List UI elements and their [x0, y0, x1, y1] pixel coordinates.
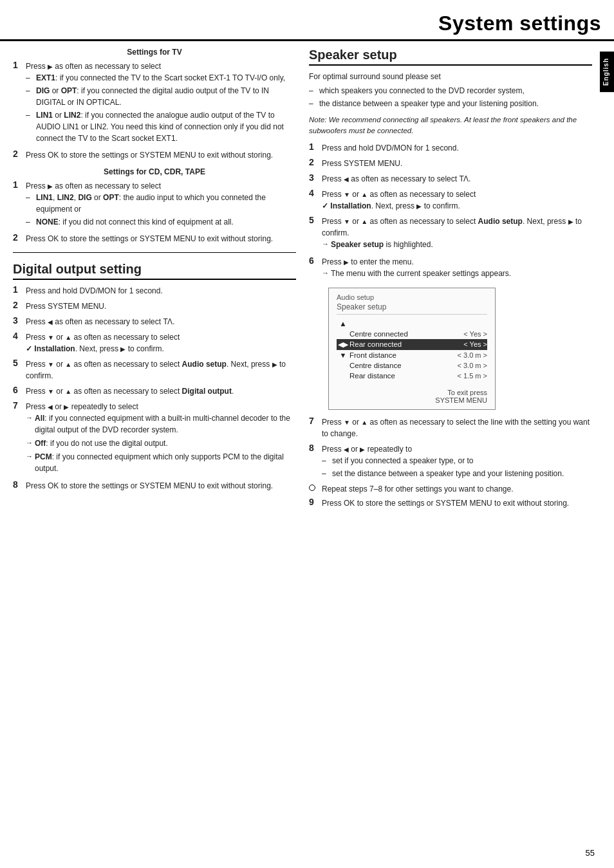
- sp-step-1-num: 1: [309, 142, 318, 152]
- sp-step-7: 7 Press ▼ or ▲ as often as necessary to …: [309, 416, 592, 439]
- sp-step-4-content: Press ▼ or ▲ as often as necessary to se…: [322, 189, 592, 212]
- menu-row-front-dist: ▼ Front distance < 3.0 m >: [337, 350, 487, 360]
- menu-subtitle: Speaker setup: [337, 302, 487, 315]
- digital-output-steps: 1 Press and hold DVD/MON for 1 second. 2…: [13, 285, 296, 492]
- sp-step-2-num: 2: [309, 157, 318, 167]
- tv-bullet-ext1: EXT1: if you connected the TV to the Sca…: [26, 72, 296, 84]
- right-column: Speaker setup For optimal surround sound…: [309, 48, 592, 513]
- sp-step-2: 2 Press SYSTEM MENU.: [309, 158, 592, 169]
- do-step-4-num: 4: [13, 331, 22, 341]
- digital-divider: [13, 252, 296, 253]
- sp-step-8-num: 8: [309, 443, 318, 453]
- menu-row-centre-nav: [337, 329, 349, 339]
- settings-cd-steps: 1 Press ▶ as often as necessary to selec…: [13, 180, 296, 245]
- speaker-intro-bullets: – which speakers you connected to the DV…: [309, 85, 592, 109]
- cd-step-1-num: 1: [13, 180, 22, 190]
- do-sub-all: All: if you connected equipment with a b…: [26, 412, 296, 436]
- sp-step-9-content: Press OK to store the settings or SYSTEM…: [322, 497, 592, 509]
- menu-title: Audio setup: [337, 293, 487, 301]
- circle-bullet-item: Repeat steps 7–8 for other settings you …: [309, 485, 592, 494]
- settings-cd-heading: Settings for CD, CDR, TAPE: [13, 167, 296, 176]
- do-step-1-content: Press and hold DVD/MON for 1 second.: [26, 285, 296, 297]
- menu-row-nav-up-val: [441, 319, 487, 329]
- menu-row-centre-dist-label: Centre distance: [349, 360, 441, 371]
- cd-step-2-num: 2: [13, 232, 22, 243]
- sp-step-4: 4 Press ▼ or ▲ as often as necessary to …: [309, 189, 592, 212]
- do-step-4-content: Press ▼ or ▲ as often as necessary to se…: [26, 331, 296, 355]
- cd-step-1: 1 Press ▶ as often as necessary to selec…: [13, 180, 296, 229]
- do-step-6: 6 Press ▼ or ▲ as often as necessary to …: [13, 385, 296, 397]
- sp-step-6: 6 Press ▶ to enter the menu. The menu wi…: [309, 256, 592, 281]
- do-step-2-content: Press SYSTEM MENU.: [26, 300, 296, 312]
- menu-row-rear-dist-label: Rear distance: [349, 371, 441, 381]
- sp-step-8-bullet1: set if you connected a speaker type, or …: [322, 455, 592, 466]
- sp-step-8-bullets: set if you connected a speaker type, or …: [322, 455, 592, 479]
- do-step-3-num: 3: [13, 315, 22, 326]
- do-step-1-num: 1: [13, 284, 22, 295]
- menu-row-centre-label: Centre connected: [349, 329, 441, 339]
- speaker-intro-bullet2: – the distance between a speaker type an…: [309, 98, 592, 109]
- do-step-8-num: 8: [13, 479, 22, 490]
- cd-step-1-bullets: LIN1, LIN2, DIG or OPT: the audio input …: [26, 192, 296, 228]
- tv-step-1-content: Press ▶ as often as necessary to select …: [26, 60, 296, 145]
- settings-tv-steps: 1 Press ▶ as often as necessary to selec…: [13, 60, 296, 161]
- settings-tv-heading: Settings for TV: [13, 48, 296, 57]
- cd-bullet-lin: LIN1, LIN2, DIG or OPT: the audio input …: [26, 192, 296, 215]
- menu-nav-up: ▲: [337, 319, 349, 329]
- speaker-note: Note: We recommend connecting all speake…: [309, 115, 592, 137]
- tv-step-2-content: Press OK to store the settings or SYSTEM…: [26, 149, 296, 161]
- menu-row-rear-dist-nav: [337, 371, 349, 381]
- speaker-steps: 1 Press and hold DVD/MON for 1 second. 2…: [309, 142, 592, 281]
- tv-step-1: 1 Press ▶ as often as necessary to selec…: [13, 60, 296, 145]
- do-sub-off: Off: if you do not use the digital outpu…: [26, 438, 296, 449]
- page-title-bar: System settings: [0, 0, 614, 41]
- do-step-7: 7 Press ◀ or ▶ repeatedly to select All:…: [13, 401, 296, 476]
- do-sub-pcm: PCM: if you connected equipment which on…: [26, 451, 296, 474]
- do-step-7-content: Press ◀ or ▶ repeatedly to select All: i…: [26, 401, 296, 476]
- menu-row-rear-nav: ◀▶: [337, 339, 349, 350]
- cd-step-2-content: Press OK to store the settings or SYSTEM…: [26, 233, 296, 245]
- menu-row-nav-up-label: [349, 319, 441, 329]
- do-step-5-num: 5: [13, 358, 22, 368]
- do-step-3-content: Press ◀ as often as necessary to select …: [26, 316, 296, 328]
- menu-exit-note: To exit pressSYSTEM MENU: [337, 389, 487, 404]
- page-title: System settings: [0, 12, 601, 35]
- left-column: Settings for TV 1 Press ▶ as often as ne…: [13, 48, 296, 513]
- cd-bullet-none: NONE: if you did not connect this kind o…: [26, 216, 296, 228]
- sp-step-5: 5 Press ▼ or ▲ as often as necessary to …: [309, 216, 592, 252]
- do-step-5-content: Press ▼ or ▲ as often as necessary to se…: [26, 358, 296, 382]
- sp-step-3-content: Press ◀ as often as necessary to select …: [322, 173, 592, 185]
- sp-step-8-bullet2: set the distance between a speaker type …: [322, 468, 592, 479]
- tv-step-2: 2 Press OK to store the settings or SYST…: [13, 149, 296, 161]
- sp-step-1-content: Press and hold DVD/MON for 1 second.: [322, 142, 592, 154]
- sp-step-7-num: 7: [309, 416, 318, 426]
- menu-row-centre-dist-nav: [337, 360, 349, 371]
- speaker-steps-after-menu: 7 Press ▼ or ▲ as often as necessary to …: [309, 416, 592, 481]
- menu-row-centre: Centre connected < Yes >: [337, 329, 487, 339]
- do-step-8-content: Press OK to store the settings or SYSTEM…: [26, 480, 296, 492]
- do-step-2-num: 2: [13, 300, 22, 310]
- menu-row-rear-dist: Rear distance < 1.5 m >: [337, 371, 487, 381]
- sp-step-2-content: Press SYSTEM MENU.: [322, 158, 592, 169]
- do-step-6-content: Press ▼ or ▲ as often as necessary to se…: [26, 385, 296, 397]
- menu-row-centre-val: < Yes >: [441, 329, 487, 339]
- menu-row-rear-dist-val: < 1.5 m >: [441, 371, 487, 381]
- speaker-menu-box: Audio setup Speaker setup ▲ Centre conne…: [328, 288, 496, 410]
- sp-step-8: 8 Press ◀ or ▶ repeatedly to set if you …: [309, 443, 592, 481]
- main-content: Settings for TV 1 Press ▶ as often as ne…: [0, 41, 614, 526]
- sp-step-9-num: 9: [309, 497, 318, 507]
- sp-step-3: 3 Press ◀ as often as necessary to selec…: [309, 173, 592, 185]
- do-step-7-num: 7: [13, 400, 22, 411]
- sp-step-6-num: 6: [309, 255, 318, 266]
- sp-step-5-content: Press ▼ or ▲ as often as necessary to se…: [322, 216, 592, 252]
- do-step-2: 2 Press SYSTEM MENU.: [13, 300, 296, 312]
- circle-item-text: Repeat steps 7–8 for other settings you …: [322, 485, 514, 494]
- sp-step9-list: 9 Press OK to store the settings or SYST…: [309, 497, 592, 509]
- speaker-setup-heading: Speaker setup: [309, 48, 592, 66]
- do-step-3: 3 Press ◀ as often as necessary to selec…: [13, 316, 296, 328]
- menu-row-rear-val: < Yes >: [441, 339, 487, 350]
- do-step-1: 1 Press and hold DVD/MON for 1 second.: [13, 285, 296, 297]
- menu-row-front-dist-nav: ▼: [337, 350, 349, 360]
- do-step-8: 8 Press OK to store the settings or SYST…: [13, 480, 296, 492]
- menu-row-nav-up: ▲: [337, 319, 487, 329]
